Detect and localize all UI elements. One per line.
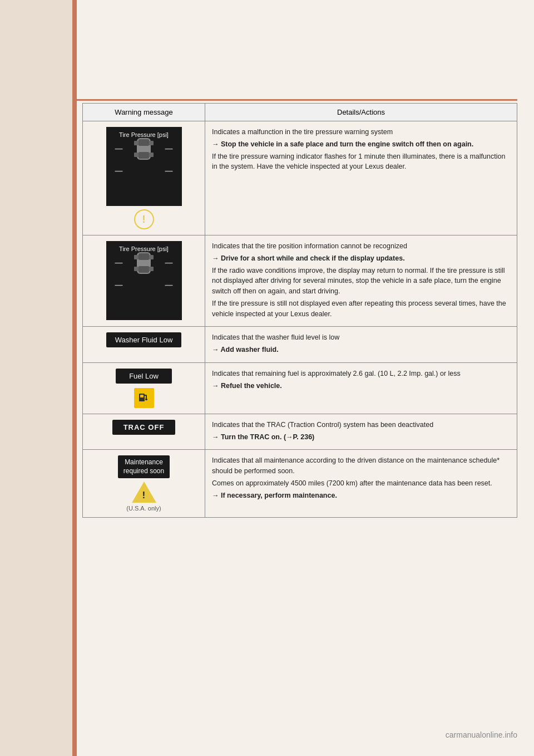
- left-sidebar: [0, 0, 72, 756]
- svg-rect-17: [146, 395, 147, 399]
- details-cell-tire-pressure-2: Indicates that the tire position informa…: [205, 235, 517, 327]
- accent-bar: [72, 0, 77, 756]
- table-row: Washer Fluid Low Indicates that the wash…: [83, 327, 517, 363]
- svg-rect-18: [145, 399, 147, 400]
- table-row: Tire Pressure [psi] —: [83, 235, 517, 327]
- details-cell-washer: Indicates that the washer fluid level is…: [205, 327, 517, 363]
- warning-icon-circle-1: !: [134, 209, 154, 229]
- svg-rect-10: [134, 255, 139, 259]
- svg-rect-6: [149, 153, 154, 157]
- maintenance-label: Maintenance required soon: [118, 455, 170, 478]
- details-cell-tire-pressure-1: Indicates a malfunction in the tire pres…: [205, 121, 517, 235]
- table-header-warning: Warning message: [83, 104, 205, 121]
- table-row: Fuel Low: [83, 362, 517, 414]
- washer-fluid-label: Washer Fluid Low: [106, 332, 182, 347]
- svg-rect-5: [134, 153, 139, 157]
- table-row: Tire Pressure [psi] —: [83, 121, 517, 235]
- svg-rect-4: [149, 141, 154, 145]
- maintenance-triangle-icon: !: [132, 482, 156, 503]
- details-cell-fuel: Indicates that remaining fuel is approxi…: [205, 362, 517, 414]
- trac-off-label: TRAC OFF: [112, 420, 176, 435]
- svg-rect-3: [134, 141, 139, 145]
- warning-table: Warning message Details/Actions Tire Pre…: [82, 103, 517, 518]
- fuel-pump-icon: [137, 391, 151, 405]
- svg-rect-15: [140, 395, 144, 397]
- content-area: Warning message Details/Actions Tire Pre…: [82, 103, 517, 645]
- usa-only-label: (U.S.A. only): [126, 505, 161, 512]
- tire-grid-2: — — —: [111, 254, 177, 316]
- table-row: TRAC OFF Indicates that the TRAC (Tracti…: [83, 414, 517, 450]
- warning-cell-trac: TRAC OFF: [83, 414, 205, 450]
- car-icon-1: [128, 136, 159, 161]
- top-accent-line: [77, 99, 517, 101]
- warning-cell-washer: Washer Fluid Low: [83, 327, 205, 363]
- fuel-icon: [134, 388, 154, 408]
- warning-cell-maintenance: Maintenance required soon ! (U.S.A. only…: [83, 450, 205, 518]
- table-header-details: Details/Actions: [205, 104, 517, 121]
- car-icon-2: [128, 251, 159, 276]
- svg-rect-12: [134, 267, 139, 271]
- svg-rect-13: [149, 267, 154, 271]
- svg-rect-9: [139, 266, 149, 273]
- details-cell-maintenance: Indicates that all maintenance according…: [205, 450, 517, 518]
- svg-rect-2: [139, 152, 149, 159]
- svg-rect-11: [149, 255, 154, 259]
- tire-pressure-display-1: Tire Pressure [psi] —: [106, 127, 182, 206]
- tire-pressure-display-2: Tire Pressure [psi] —: [106, 241, 182, 320]
- table-row: Maintenance required soon ! (U.S.A. only…: [83, 450, 517, 518]
- svg-rect-1: [139, 139, 149, 146]
- svg-rect-8: [139, 253, 149, 260]
- warning-cell-tire-pressure-2: Tire Pressure [psi] —: [83, 235, 205, 327]
- fuel-low-label: Fuel Low: [116, 369, 172, 384]
- warning-cell-fuel: Fuel Low: [83, 362, 205, 414]
- tire-grid-1: — — —: [111, 140, 177, 202]
- warning-cell-tire-pressure-1: Tire Pressure [psi] —: [83, 121, 205, 235]
- watermark: carmanualonline.info: [446, 730, 517, 739]
- details-cell-trac: Indicates that the TRAC (Traction Contro…: [205, 414, 517, 450]
